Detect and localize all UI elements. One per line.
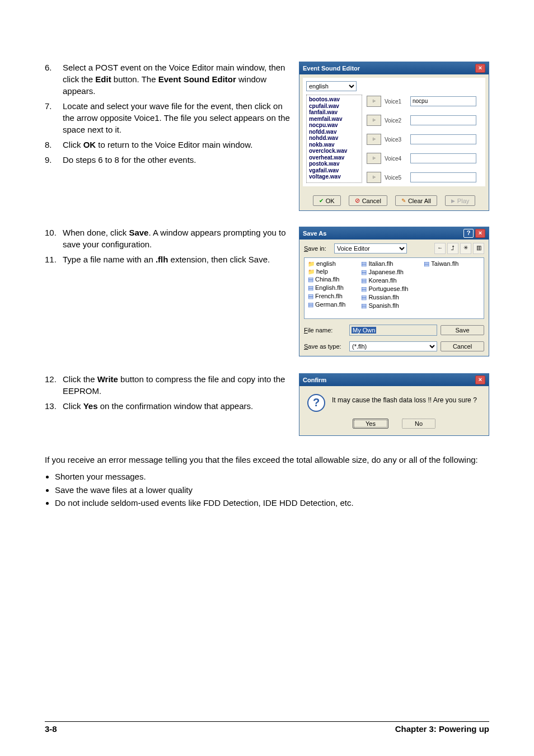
help-icon[interactable]: ? bbox=[463, 229, 474, 238]
save-button[interactable]: Save bbox=[441, 325, 484, 335]
list-item[interactable]: German.flh bbox=[308, 301, 345, 308]
assign-voice2-button[interactable]: ▹ bbox=[367, 115, 381, 126]
question-icon: ? bbox=[307, 394, 325, 412]
list-item[interactable]: English.flh bbox=[308, 284, 345, 292]
cancel-button[interactable]: Cancel bbox=[349, 195, 387, 206]
list-item[interactable]: Japanese.flh bbox=[361, 269, 408, 276]
saveastype-select[interactable]: (*.flh) bbox=[349, 341, 437, 351]
list-item[interactable]: Italian.flh bbox=[361, 260, 408, 267]
voice4-label: Voice4 bbox=[385, 156, 407, 162]
voice2-label: Voice2 bbox=[385, 118, 407, 124]
voice3-value bbox=[410, 134, 476, 144]
voice1-value: nocpu bbox=[410, 96, 476, 106]
list-item[interactable]: Korean.flh bbox=[361, 277, 408, 284]
filename-input[interactable]: My Own bbox=[349, 325, 437, 336]
voice5-value bbox=[410, 172, 476, 182]
file-list-area[interactable]: english help China.flh English.flh Frenc… bbox=[304, 257, 484, 319]
voice5-label: Voice5 bbox=[385, 175, 407, 181]
new-folder-icon[interactable]: ✳ bbox=[460, 243, 471, 254]
language-select[interactable]: english bbox=[306, 81, 357, 91]
list-item: Shorten your messages. bbox=[55, 471, 489, 483]
assign-voice1-button[interactable]: ▹ bbox=[367, 96, 381, 107]
error-bullets: Shorten your messages. Save the wave fil… bbox=[55, 471, 489, 509]
chapter-title: Chapter 3: Powering up bbox=[395, 724, 489, 734]
save-in-label: Save in: bbox=[304, 245, 332, 252]
ok-button[interactable]: OK bbox=[313, 195, 341, 206]
list-item[interactable]: French.flh bbox=[308, 293, 345, 300]
saveas-titlebar: Save As ? × bbox=[299, 227, 489, 240]
close-icon[interactable]: × bbox=[475, 229, 485, 238]
save-in-select[interactable]: Voice Editor bbox=[334, 243, 407, 253]
close-icon[interactable]: × bbox=[475, 375, 485, 384]
saveas-title: Save As bbox=[303, 230, 326, 237]
up-icon[interactable]: ⮥ bbox=[447, 243, 458, 254]
save-as-dialog: Save As ? × Save in: Voice Editor ← bbox=[299, 227, 489, 356]
voice2-value bbox=[410, 115, 476, 125]
steps-list-b: 10.When done, click Save. A window appea… bbox=[45, 227, 290, 265]
list-item[interactable]: Russian.flh bbox=[361, 294, 408, 301]
cancel-button[interactable]: Cancel bbox=[441, 341, 484, 351]
list-item[interactable]: english bbox=[308, 260, 345, 267]
list-item[interactable]: Taiwan.flh bbox=[424, 260, 458, 267]
list-item: Do not include seldom-used events like F… bbox=[55, 497, 489, 509]
confirm-message: It may cause the flash data loss !! Are … bbox=[332, 394, 477, 412]
steps-list-c: 12.Click the Write button to compress th… bbox=[45, 373, 290, 412]
back-icon[interactable]: ← bbox=[434, 243, 446, 254]
saveastype-label: Save as type: bbox=[304, 343, 346, 350]
assign-voice5-button[interactable]: ▹ bbox=[367, 172, 381, 183]
ese-titlebar: Event Sound Editor × bbox=[299, 62, 489, 74]
steps-list-a: 6.Select a POST event on the Voice Edito… bbox=[45, 62, 290, 166]
confirm-dialog: Confirm × ? It may cause the flash data … bbox=[299, 373, 489, 436]
voice4-value bbox=[410, 153, 476, 163]
list-item[interactable]: Spanish.flh bbox=[361, 302, 408, 309]
confirm-title: Confirm bbox=[303, 377, 326, 383]
voice3-label: Voice3 bbox=[385, 137, 407, 143]
list-item: Save the wave files at a lower quality bbox=[55, 484, 489, 496]
voice1-label: Voice1 bbox=[385, 98, 407, 105]
wav-file-list[interactable]: bootos.wav cpufail.wav fanfail.wav memfa… bbox=[306, 95, 362, 183]
close-icon[interactable]: × bbox=[475, 64, 485, 73]
confirm-titlebar: Confirm × bbox=[299, 374, 489, 386]
assign-voice3-button[interactable]: ▹ bbox=[367, 134, 381, 145]
yes-button[interactable]: Yes bbox=[353, 419, 388, 429]
event-sound-editor-window: Event Sound Editor × english bootos.wav … bbox=[299, 62, 489, 211]
list-item[interactable]: help bbox=[308, 268, 345, 275]
list-item[interactable]: China.flh bbox=[308, 276, 345, 283]
filename-label: File name: bbox=[304, 327, 346, 334]
clear-all-button[interactable]: Clear All bbox=[395, 195, 437, 206]
assign-voice4-button[interactable]: ▹ bbox=[367, 153, 381, 164]
page-footer: 3-8 Chapter 3: Powering up bbox=[45, 721, 489, 734]
no-button[interactable]: No bbox=[402, 419, 435, 429]
play-button[interactable]: Play bbox=[445, 195, 475, 206]
page-number: 3-8 bbox=[45, 724, 57, 734]
views-icon[interactable]: ▥ bbox=[473, 243, 484, 254]
list-item[interactable]: Portuguese.flh bbox=[361, 285, 408, 293]
ese-title: Event Sound Editor bbox=[303, 65, 360, 72]
error-paragraph: If you receive an error message telling … bbox=[45, 454, 489, 466]
